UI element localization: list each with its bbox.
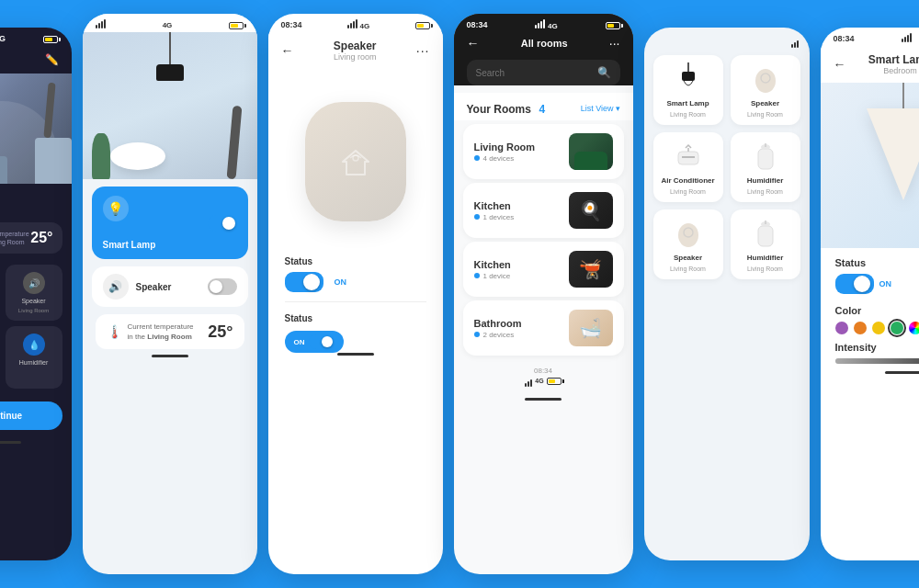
time-2b: 08:34 [281,20,302,29]
status-toggle-inline[interactable] [309,334,335,349]
device-item-smartlamp[interactable]: Smart Lamp Living Room [653,55,723,125]
status-bar-bottom: 08:34 4G [454,359,633,394]
dark-header: 08:34 4G ← All rooms ··· 🔍 [454,14,633,85]
device-item-speaker2[interactable]: Speaker Living Room [653,209,723,279]
smart-lamp-card[interactable]: 💡 Smart Lamp [92,187,248,259]
nav-line [0,441,21,444]
smart-lamp-list-room: Living Room [670,111,706,118]
lamp-card-name: Smart Lamp [103,240,156,250]
humidifier2-list-name: Humidifier [747,254,784,262]
all-rooms-header: ← All rooms ··· [454,32,633,60]
color-yellow[interactable] [872,322,885,334]
towel-icon: 🛁 [569,310,613,346]
on-badge-label: ON [294,338,305,346]
signal-3: 4G [535,19,557,30]
ac-list-room: Living Room [670,188,706,195]
speaker-svg [753,64,778,94]
temp-label-area: Current temperature in the Living Room [0,230,30,246]
device-item-speaker-list[interactable]: Speaker Living Room [731,55,800,125]
kitchen1-name: Kitchen [474,200,569,211]
device-item-humidifier[interactable]: Humidifier Living Room [731,132,800,202]
search-icon: 🔍 [597,66,611,79]
speaker-title-area: Speaker Living room [294,40,416,62]
room-item-living[interactable]: Living Room 4 devices [463,124,624,179]
guitar [226,106,242,179]
room-item-bathroom[interactable]: Bathroom 2 devices 🛁 [463,300,624,356]
signal-icon2 [96,19,106,30]
cone-shape [867,108,920,200]
lamp-icon-blue: 💡 [103,196,129,221]
room-name-label: g Room [0,191,59,206]
humidifier-name: Humidifier [19,359,49,366]
search-input[interactable] [476,68,592,78]
lamp-bedroom-toggle-knob [854,276,870,292]
edit-icon[interactable]: ✏️ [45,53,59,66]
pots-icon: 🍳 [569,192,613,229]
status-4g: 4G [163,21,173,29]
lamp-card-content: 💡 Smart Lamp [103,196,156,250]
device-card-humidifier[interactable]: 💧 Humidifier [6,326,62,389]
humidifier2-svg [753,219,778,248]
status-divider [268,298,443,306]
signal-icon-bottom [525,378,532,387]
intensity-bar[interactable] [835,358,920,364]
room-title-area: g Room devices [0,184,72,217]
device-card-speaker[interactable]: 🔊 Speaker Living Room [6,265,62,321]
table [110,142,165,170]
temp-bar-phone2: 🌡️ Current temperaturein the Living Room… [96,314,244,349]
device-grid: 💡 SmartLamp 🔊 Speaker Living Room 💡 Smar… [0,259,72,394]
speaker-card[interactable]: 🔊 Speaker [92,266,248,307]
color-purple[interactable] [835,322,848,334]
back-button-rooms[interactable]: ← [467,36,480,51]
color-green[interactable] [891,322,903,334]
status-on-badge[interactable]: ON [285,331,344,353]
humidifier-list-name: Humidifier [747,176,784,185]
phone-onboarding: 4G ✏️ g Room devices 🌡️ Current temperat… [0,28,72,560]
kitchen1-count: 1 devices [483,213,515,221]
status-section-speaker: Status ON [268,247,443,298]
color-orange[interactable] [854,322,867,334]
device-item-ac[interactable]: Air Conditioner Living Room [653,132,723,202]
continue-button[interactable]: Continue [0,401,62,430]
phone-speaker-detail: 08:34 4G ← Speaker Living room ··· [268,14,443,574]
svg-rect-2 [682,72,695,81]
status-bar-2: 4G [83,14,257,32]
speaker-3d [305,102,406,221]
room-item-kitchen2[interactable]: Kitchen 1 device 🫕 [463,242,624,297]
smart-lamp-list-name: Smart Lamp [666,99,709,107]
room-item-kitchen1[interactable]: Kitchen 1 devices 🍳 [463,183,624,238]
color-pattern[interactable] [909,322,920,334]
battery-2b [415,20,430,29]
guitar-decoration [43,83,55,138]
more-options-speaker[interactable]: ··· [416,43,430,58]
room-sub-label: devices [0,206,59,215]
cone-lamp-shape [867,108,920,200]
device-item-humidifier2[interactable]: Humidifier Living Room [731,209,800,279]
device-dot-k1 [474,214,480,220]
battery-3 [606,20,620,29]
kitchen2-name: Kitchen [474,259,569,270]
signal-2b: 4G [347,19,369,30]
back-button-lamp[interactable]: ← [834,57,846,72]
4g-bottom: 4G [535,378,543,387]
ac-icon-list [672,140,705,173]
kitchen1-img: 🍳 [569,192,613,229]
speaker2-list-name: Speaker [674,254,702,262]
phone-lamp-bedroom: 08:34 ← Smart Lamp Bedroom Status [821,28,920,560]
more-options-rooms[interactable]: ··· [609,36,620,51]
lamp-toggle[interactable] [208,215,237,232]
pots-icon2: 🫕 [569,251,613,288]
list-view-button[interactable]: List View ▾ [581,104,620,113]
back-button-speaker[interactable]: ← [281,43,294,58]
status-toggle-speaker[interactable] [285,272,323,292]
speaker-device-name: Speaker [294,40,416,52]
search-bar[interactable]: 🔍 [467,60,620,85]
lamp-bedroom-toggle[interactable] [835,274,874,294]
lamp-bedroom-room: Bedroom [846,66,920,75]
intensity-section: Intensity [821,338,920,368]
kitchen2-img-inner: 🫕 [569,251,613,288]
speaker-toggle[interactable] [208,278,237,295]
thermometer-icon2: 🌡️ [107,324,122,339]
lamp-status-row: ON [835,274,920,294]
status-toggle-knob [303,274,320,290]
